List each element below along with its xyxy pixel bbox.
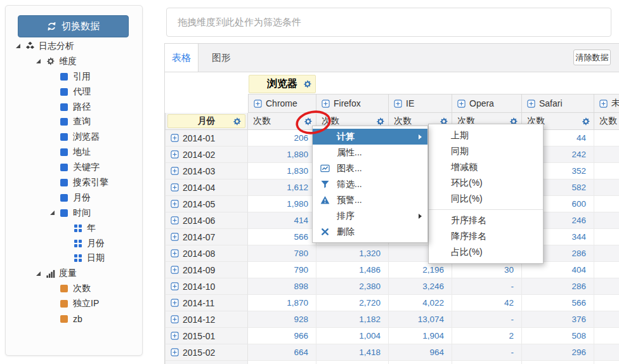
pivot-row-label: 2014-04 xyxy=(165,179,248,196)
submenu-item-上期[interactable]: 上期 xyxy=(429,127,543,143)
tab-table[interactable]: 表格 xyxy=(165,44,199,72)
filter-drop-zone[interactable]: 拖拽维度到此处作为筛选条件 xyxy=(166,8,611,37)
tree-item-关键字[interactable]: 关键字 xyxy=(6,160,142,175)
tree-item-时间[interactable]: 时间 xyxy=(6,205,142,221)
expand-row-icon[interactable] xyxy=(171,233,179,241)
dimension-square-icon xyxy=(60,209,68,217)
expand-row-icon[interactable] xyxy=(171,299,179,307)
pivot-cell: 790 xyxy=(248,262,316,278)
expand-row-icon[interactable] xyxy=(171,134,179,142)
gear-icon[interactable] xyxy=(304,117,312,126)
submenu-item-占比(%)[interactable]: 占比(%) xyxy=(429,244,543,260)
switch-data-button[interactable]: 切换数据 xyxy=(18,15,129,37)
tree-item-日志分析[interactable]: 日志分析 xyxy=(6,39,142,54)
menu-item-筛选[interactable]: 筛选... xyxy=(313,176,427,192)
menu-item-排序[interactable]: 排序 xyxy=(313,208,427,224)
gear-icon[interactable] xyxy=(582,117,590,126)
expand-row-icon[interactable] xyxy=(171,266,179,274)
caret-icon xyxy=(36,59,41,63)
tree-item-独立IP[interactable]: 独立IP xyxy=(6,296,142,311)
dimension-measure-tree: 日志分析维度引用代理路径查询浏览器地址关键字搜索引擎月份时间年月份日期度量次数独… xyxy=(6,39,142,327)
submenu-item-升序排名[interactable]: 升序排名 xyxy=(429,212,543,228)
expand-column-icon[interactable] xyxy=(527,100,535,108)
tree-item-月份[interactable]: 月份 xyxy=(6,190,142,205)
expand-row-icon[interactable] xyxy=(171,183,179,192)
submenu-item-增减额[interactable]: 增减额 xyxy=(429,159,543,175)
pivot-cell xyxy=(594,130,619,146)
caret-expanded-icon[interactable] xyxy=(31,271,45,276)
filter-icon xyxy=(319,179,330,189)
tree-item-搜索引擎[interactable]: 搜索引擎 xyxy=(6,175,142,190)
pivot-cell: 30 xyxy=(452,262,522,278)
pivot-cell: 1,320 xyxy=(316,245,389,262)
menu-item-删除[interactable]: 删除 xyxy=(313,224,427,240)
tree-item-label: 日志分析 xyxy=(39,41,74,52)
submenu-item-同期[interactable]: 同期 xyxy=(429,143,543,159)
tree-item-度量[interactable]: 度量 xyxy=(6,266,142,281)
tree-item-地址[interactable]: 地址 xyxy=(6,145,142,160)
clear-data-button[interactable]: 清除数据 xyxy=(573,49,611,65)
tree-item-维度[interactable]: 维度 xyxy=(6,54,142,69)
expand-row-icon[interactable] xyxy=(171,348,179,356)
tab-chart[interactable]: 图形 xyxy=(199,44,244,72)
gear-icon[interactable] xyxy=(303,80,311,88)
expand-column-icon[interactable] xyxy=(254,100,262,108)
expand-column-icon[interactable] xyxy=(457,100,466,108)
warning-icon xyxy=(319,195,330,205)
menu-item-图表[interactable]: 图表... xyxy=(313,160,427,176)
caret-expanded-icon[interactable] xyxy=(31,59,45,63)
pivot-cell: 508 xyxy=(522,328,594,344)
tree-item-浏览器[interactable]: 浏览器 xyxy=(6,129,142,145)
pivot-cell xyxy=(594,196,619,212)
menu-item-label: 删除 xyxy=(337,226,355,238)
pivot-row-label: 2014-07 xyxy=(165,229,248,245)
caret-expanded-icon[interactable] xyxy=(11,44,25,48)
row-label-text: 2014-11 xyxy=(183,298,214,308)
pivot-cell: 1,904 xyxy=(389,328,452,344)
tree-item-月份[interactable]: 月份 xyxy=(6,236,142,251)
menu-item-预警[interactable]: 预警... xyxy=(313,192,427,208)
tree-item-代理[interactable]: 代理 xyxy=(6,84,142,100)
pivot-cell xyxy=(594,212,619,229)
expand-column-icon[interactable] xyxy=(322,100,330,108)
pivot-cell xyxy=(594,146,619,163)
tree-item-zb[interactable]: zb xyxy=(6,311,142,327)
gear-icon[interactable] xyxy=(233,117,241,126)
tree-item-次数[interactable]: 次数 xyxy=(6,281,142,296)
expand-row-icon[interactable] xyxy=(171,150,179,159)
tree-item-路径[interactable]: 路径 xyxy=(6,100,142,115)
refresh-icon xyxy=(47,22,56,31)
row-dimension-header[interactable]: 月份 xyxy=(167,114,245,128)
column-header-Firefox: Firefox xyxy=(316,94,389,113)
tree-item-查询[interactable]: 查询 xyxy=(6,114,142,129)
tree-item-年[interactable]: 年 xyxy=(6,221,142,236)
column-dimension-header[interactable]: 浏览器 xyxy=(249,75,316,93)
menu-item-计算[interactable]: 计算 xyxy=(313,129,427,145)
submenu-item-降序排名[interactable]: 降序排名 xyxy=(429,228,543,244)
submenu-item-同比(%)[interactable]: 同比(%) xyxy=(429,191,543,207)
expand-column-icon[interactable] xyxy=(599,100,608,108)
cubes-icon xyxy=(25,41,35,51)
menu-item-属性[interactable]: 属性... xyxy=(313,145,427,160)
square-blue-icon xyxy=(59,73,69,81)
caret-expanded-icon[interactable] xyxy=(45,211,59,215)
expand-row-icon[interactable] xyxy=(171,332,179,340)
menu-item-label: 预警... xyxy=(337,195,362,206)
expand-row-icon[interactable] xyxy=(171,200,179,208)
submenu-item-环比(%)[interactable]: 环比(%) xyxy=(429,175,543,191)
expand-row-icon[interactable] xyxy=(171,249,179,257)
pivot-cell: - xyxy=(452,278,522,295)
expand-column-icon[interactable] xyxy=(394,100,402,108)
data-source-sidebar: 切换数据 日志分析维度引用代理路径查询浏览器地址关键字搜索引擎月份时间年月份日期… xyxy=(5,5,143,356)
gear-icon[interactable] xyxy=(376,117,384,126)
tree-item-label: 次数 xyxy=(73,283,91,294)
expand-row-icon[interactable] xyxy=(171,315,179,323)
pivot-cell: 376 xyxy=(522,311,594,328)
expand-row-icon[interactable] xyxy=(171,216,179,224)
pivot-cell xyxy=(594,179,619,196)
menu-item-label: 图表... xyxy=(337,163,362,174)
tree-item-日期[interactable]: 日期 xyxy=(6,250,142,266)
tree-item-引用[interactable]: 引用 xyxy=(6,69,142,84)
expand-row-icon[interactable] xyxy=(171,282,179,290)
expand-row-icon[interactable] xyxy=(171,167,179,175)
